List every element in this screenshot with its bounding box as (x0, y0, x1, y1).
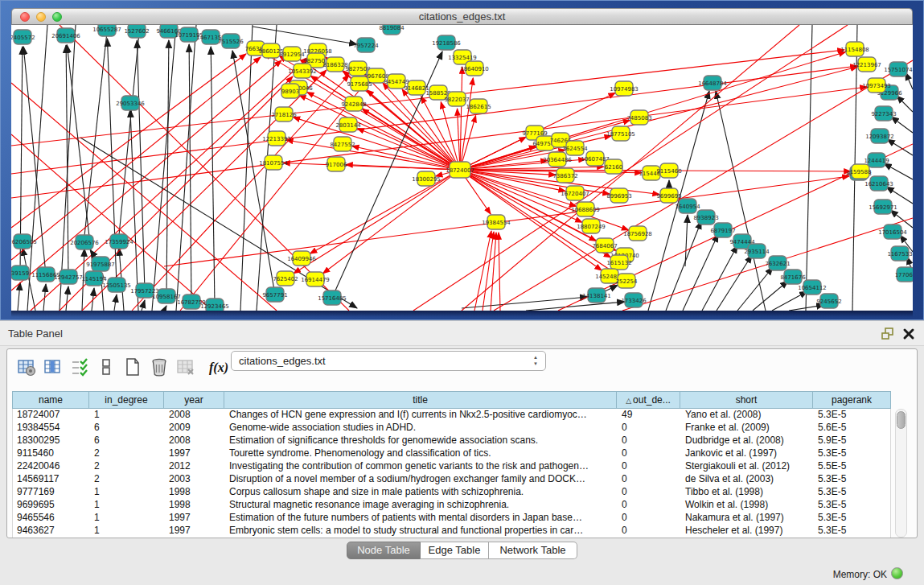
column-header-name[interactable]: name (12, 391, 89, 409)
graph-node[interactable]: 18724007 (446, 162, 474, 178)
graph-node[interactable]: 9242848 (341, 97, 366, 111)
delete-column-button[interactable] (148, 356, 170, 380)
graph-node[interactable]: 252254 (616, 274, 638, 288)
column-header-pagerank[interactable]: pagerank (813, 391, 891, 409)
graph-node[interactable]: 7625402 (273, 271, 298, 286)
minimize-window-button[interactable] (36, 12, 46, 22)
column-header-out_de[interactable]: △out_de... (617, 391, 680, 409)
edge[interactable] (119, 25, 140, 235)
function-builder-button[interactable]: f(x) (205, 356, 232, 380)
edge[interactable] (887, 139, 913, 155)
graph-node[interactable]: 18775105 (606, 126, 635, 141)
graph-node[interactable]: 9115460 (656, 163, 681, 178)
edge[interactable] (66, 286, 68, 311)
graph-node[interactable]: 18300295 (412, 171, 441, 186)
table-row[interactable]: 1830029562008Estimation of significance … (13, 435, 890, 447)
tab-edge-table[interactable]: Edge Table (421, 542, 489, 559)
graph-node[interactable]: 2405572 (11, 30, 35, 44)
table-row[interactable]: 1456911722003Disruption of a novel membe… (13, 473, 890, 486)
graph-node[interactable]: 12213393 (262, 131, 291, 146)
edge[interactable] (130, 109, 138, 311)
graph-node[interactable]: 18756928 (623, 226, 652, 241)
graph-node[interactable]: 20691406 (51, 28, 80, 43)
column-header-title[interactable]: title (224, 391, 617, 409)
table-mode-button[interactable] (15, 356, 38, 380)
graph-node[interactable]: 19384554 (482, 215, 511, 229)
row-height-button[interactable] (95, 356, 117, 380)
edge[interactable] (189, 44, 191, 295)
edge[interactable] (467, 67, 858, 168)
graph-node[interactable]: 29053346 (116, 96, 145, 110)
graph-node[interactable]: 98903 (281, 84, 299, 98)
edge[interactable] (702, 245, 737, 311)
graph-node[interactable]: 1733426 (621, 293, 647, 307)
close-window-button[interactable] (20, 12, 30, 22)
edge[interactable] (11, 54, 246, 228)
graph-node[interactable]: 9657791 (262, 287, 287, 302)
graph-node[interactable]: 2935114 (744, 244, 770, 258)
graph-node[interactable]: 7485083 (626, 110, 651, 125)
table-row[interactable]: 946554611997Estimation of the future num… (13, 512, 890, 525)
edge[interactable] (737, 267, 773, 311)
edge[interactable] (789, 305, 824, 311)
network-graph[interactable]: 2405572 20691406 10655287 1527602 946616… (11, 25, 913, 311)
edge[interactable] (114, 295, 117, 311)
table-row[interactable]: 969969511998Structural magnetic resonanc… (13, 499, 890, 512)
graph-node[interactable]: 10654112 (798, 280, 827, 295)
graph-node[interactable]: 9245652 (816, 294, 841, 308)
graph-node[interactable]: 1640954 (675, 199, 700, 213)
edge[interactable] (11, 57, 261, 260)
edge[interactable] (666, 221, 701, 311)
graph-node[interactable]: 7957224 (353, 38, 379, 52)
edge[interactable] (253, 27, 357, 44)
table-row[interactable]: 977716911998Corpus callosum shape and si… (13, 486, 890, 499)
create-column-button[interactable] (121, 356, 144, 380)
table-row[interactable]: 1872400712008Changes of HCN gene express… (13, 409, 890, 422)
graph-node[interactable]: 7632621 (765, 256, 790, 270)
edge[interactable] (137, 40, 144, 283)
graph-node[interactable]: 8938923 (693, 210, 718, 225)
table-row[interactable]: 946362711997Embryonic stem cells: a mode… (13, 525, 890, 538)
show-columns-button[interactable] (42, 356, 64, 380)
vertical-scrollbar[interactable] (895, 409, 907, 538)
graph-node[interactable]: 7386372 (552, 168, 577, 183)
graph-node[interactable]: 16914479 (301, 272, 330, 286)
edge[interactable] (176, 25, 196, 311)
float-panel-icon[interactable] (881, 328, 896, 340)
graph-node[interactable]: 8427552 (330, 137, 355, 151)
scrollbar-thumb[interactable] (897, 411, 906, 429)
combobox-stepper-icon[interactable]: ▲▼ (532, 354, 540, 369)
import-table-button[interactable] (175, 356, 197, 380)
graph-node[interactable]: 1167533 (887, 246, 912, 261)
edge[interactable] (483, 232, 494, 311)
edge[interactable] (18, 282, 20, 311)
graph-node[interactable]: 19218586 (432, 35, 461, 50)
edge[interactable] (166, 40, 169, 289)
edge[interactable] (806, 25, 812, 311)
network-canvas[interactable]: 2405572 20691406 10655287 1527602 946616… (11, 25, 913, 311)
graph-node[interactable]: 8912954 (279, 47, 305, 61)
edge[interactable] (460, 67, 462, 163)
graph-node[interactable]: 9699695 (656, 188, 681, 203)
graph-node[interactable]: 9175685 (347, 76, 372, 91)
zoom-window-button[interactable] (52, 12, 62, 22)
table-row[interactable]: 1938455462009Genome-wide association stu… (13, 422, 890, 435)
tab-network-table[interactable]: Network Table (489, 542, 577, 559)
edge[interactable] (299, 95, 454, 167)
graph-node[interactable]: 177065 (895, 267, 913, 282)
graph-node[interactable]: 1527602 (124, 25, 149, 38)
table-row[interactable]: 911546021997Tourette syndrome. Phenomeno… (13, 447, 890, 460)
edge[interactable] (474, 231, 491, 311)
graph-node[interactable]: 15751074 (884, 62, 913, 76)
column-header-in_degree[interactable]: in_degree (89, 391, 164, 409)
table-body[interactable]: 1872400712008Changes of HCN gene express… (12, 409, 891, 538)
graph-node[interactable]: 10655287 (92, 25, 121, 36)
graph-node[interactable]: 8819084 (379, 25, 405, 35)
select-rows-button[interactable] (68, 356, 91, 380)
edge[interactable] (891, 117, 913, 133)
graph-node[interactable]: 3624554 (562, 141, 588, 155)
edge[interactable] (884, 163, 913, 179)
graph-node[interactable]: 2718126 (271, 107, 297, 122)
edge[interactable] (461, 78, 473, 163)
graph-node[interactable]: 17016504 (878, 225, 907, 239)
